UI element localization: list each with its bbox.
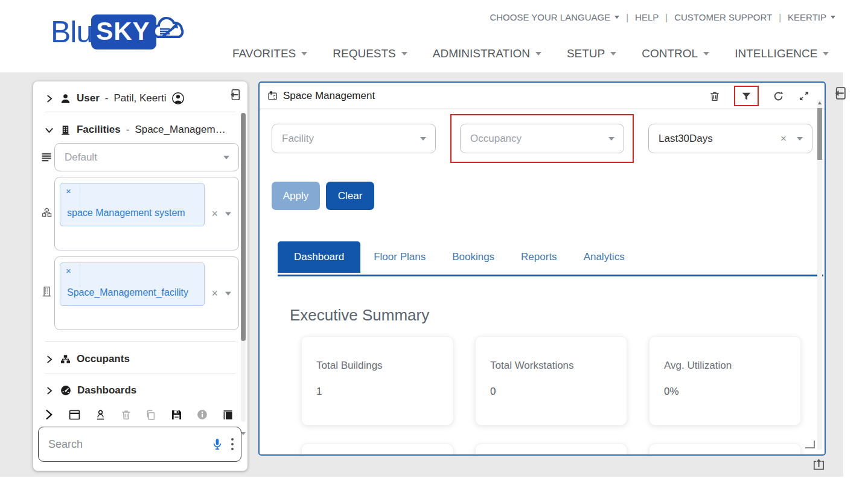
chevron-down-icon[interactable] [225,291,231,295]
logo-text-sky: SKY [91,14,156,49]
system-hierarchy-icon [40,205,53,220]
logo-text-blu: Blu [51,14,92,49]
system-multiselect[interactable]: × space Management system × [54,177,239,250]
chevron-down-icon[interactable] [225,212,231,215]
delete-panel-icon[interactable] [709,90,721,103]
nav-control-label: CONTROL [642,47,698,60]
divider [45,341,235,342]
default-select[interactable]: Default [54,143,239,171]
tab-bookings[interactable]: Bookings [439,241,508,273]
tab-floor-plans[interactable]: Floor Plans [360,241,439,273]
card-label: Avg. Utilization [664,360,732,372]
nav-setup-label: SETUP [567,47,605,60]
chevron-down-icon [610,52,616,56]
microphone-icon[interactable] [211,437,224,451]
trash-icon[interactable] [120,409,132,421]
customer-support-link[interactable]: CUSTOMER SUPPORT [674,12,772,22]
nav-requests-label: REQUESTS [333,47,396,60]
tag-remove-icon[interactable]: × [66,266,71,276]
dock-panel-left-icon[interactable] [832,86,847,103]
clear-button[interactable]: Clear [326,182,374,210]
chevron-right-icon [44,94,54,104]
scroll-down-arrow[interactable] [241,427,246,438]
nav-requests[interactable]: REQUESTS [333,47,407,60]
filter-icon[interactable] [741,91,752,103]
sidebar-collapse-icon[interactable] [228,88,241,104]
panel-scrollbar-thumb[interactable] [817,108,822,160]
chevron-down-icon [420,137,426,141]
facilities-section-label: Facilities [77,124,121,136]
card-partial [475,444,627,456]
card-label: Total Buildings [316,360,383,372]
default-select-value: Default [65,151,97,164]
clear-daterange-icon[interactable]: × [780,133,787,145]
building-icon [60,124,71,136]
chevron-down-icon [535,52,541,56]
list-icon [40,151,53,165]
user-section-value: Patil, Keerti [113,92,166,104]
clear-selection-icon[interactable]: × [211,208,218,220]
nav-intelligence[interactable]: INTELLIGENCE [735,47,829,60]
panel-book-icon[interactable] [222,409,234,421]
user-menu[interactable]: KEERTIP [788,12,835,22]
nav-favorites-label: FAVORITES [232,47,296,60]
gauge-icon [60,384,72,396]
sidebar-section-occupants[interactable]: Occupants [44,348,229,370]
save-icon[interactable] [170,409,183,421]
tab-dashboard[interactable]: Dashboard [278,241,360,273]
nav-intelligence-label: INTELLIGENCE [735,47,817,60]
divider [45,374,235,374]
dash-separator: - [105,92,109,104]
facility-tag-chip: × Space_Management_facility [60,263,205,306]
scroll-up-arrow[interactable] [818,101,822,104]
sidebar-toolbar [43,405,234,424]
chevron-down-icon [301,52,307,56]
tag-remove-icon[interactable]: × [66,186,71,196]
sidebar-scrollbar[interactable] [241,113,246,422]
person-stamp-icon[interactable] [94,409,107,421]
nav-control[interactable]: CONTROL [642,47,709,60]
sidebar-section-facilities[interactable]: Facilities - Space_Manageme... [44,119,229,141]
help-link[interactable]: HELP [635,12,659,22]
export-up-icon[interactable] [811,457,826,474]
expand-icon[interactable] [798,90,810,102]
copy-icon[interactable] [145,409,157,421]
search-input[interactable] [48,438,211,451]
occupancy-filter-select[interactable]: Occupancy [460,124,624,153]
card-partial [301,444,453,456]
facility-multiselect[interactable]: × Space_Management_facility × [54,256,239,330]
dash-separator: - [126,124,130,136]
occupancy-filter-placeholder: Occupancy [470,133,522,145]
nav-favorites[interactable]: FAVORITES [232,47,307,60]
panel-scrollbar[interactable] [817,100,822,450]
space-management-panel: Space Management Facil [258,81,826,456]
window-icon[interactable] [68,409,81,421]
tab-analytics[interactable]: Analytics [570,241,638,273]
system-tag-chip: × space Management system [60,183,205,226]
sidebar-scrollbar-thumb[interactable] [241,113,246,341]
sidebar-section-user[interactable]: User - Patil, Keerti [44,88,229,109]
chevron-down-icon [401,52,407,56]
content-area: User - Patil, Keerti [0,72,843,477]
blusky-logo[interactable]: Blu SKY [51,14,185,49]
chevron-down-icon [797,137,803,141]
utility-bar: CHOOSE YOUR LANGUAGE | HELP | CUSTOMER S… [490,12,835,22]
daterange-filter-select[interactable]: Last30Days × [648,124,812,153]
sidebar-section-dashboards[interactable]: Dashboards [44,380,229,401]
separator: | [779,12,781,22]
chevron-down-icon [223,156,229,159]
facility-filter-select[interactable]: Facility [272,124,436,153]
info-icon[interactable] [196,409,208,421]
nav-setup[interactable]: SETUP [567,47,616,60]
apply-button[interactable]: Apply [272,182,320,210]
search-options-kebab-icon[interactable] [231,438,234,451]
chevron-right-icon[interactable] [43,407,55,422]
choose-language-menu[interactable]: CHOOSE YOUR LANGUAGE [490,12,619,22]
clear-selection-icon[interactable]: × [211,287,218,300]
panel-header-actions [709,83,810,109]
refresh-icon[interactable] [772,90,785,103]
nav-administration[interactable]: ADMINISTRATION [433,47,541,60]
context-sidebar: User - Patil, Keerti [33,81,247,471]
user-section-label: User [77,92,100,104]
tab-reports[interactable]: Reports [508,241,570,273]
